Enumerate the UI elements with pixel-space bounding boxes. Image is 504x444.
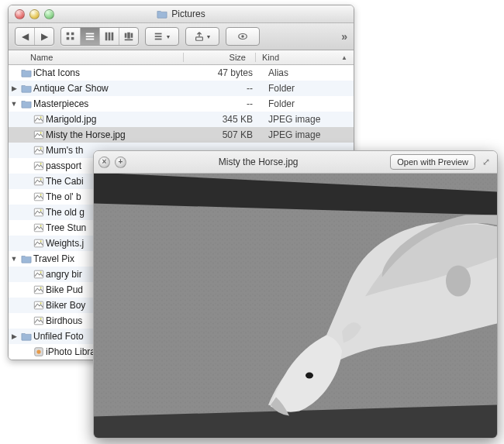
file-name: iPhoto Libra: [46, 346, 95, 357]
svg-rect-16: [154, 39, 161, 40]
svg-rect-11: [127, 33, 130, 39]
file-name: iChat Icons: [33, 67, 80, 78]
svg-point-39: [40, 271, 42, 273]
svg-rect-14: [154, 33, 161, 35]
zoom-button[interactable]: [44, 9, 54, 19]
file-name: Biker Boy: [46, 300, 85, 311]
view-buttons: [60, 27, 139, 46]
open-with-preview-button[interactable]: Open with Preview: [390, 154, 475, 170]
file-row[interactable]: ▼Masterpieces--Folder: [9, 96, 354, 112]
file-kind: Folder: [262, 83, 354, 94]
svg-point-37: [40, 240, 42, 242]
file-size: --: [191, 98, 262, 109]
app-icon: [32, 346, 46, 357]
ql-close-button[interactable]: ×: [98, 157, 110, 168]
svg-point-33: [40, 209, 42, 211]
disclosure-triangle-icon[interactable]: ▼: [9, 100, 19, 108]
icon-view-button[interactable]: [61, 28, 81, 45]
folder-icon: [19, 253, 33, 264]
finder-titlebar[interactable]: Pictures: [9, 5, 354, 23]
file-name-cell: Misty the Horse.jpg: [9, 129, 191, 140]
svg-point-23: [40, 132, 42, 133]
file-row[interactable]: Marigold.jpg345 KBJPEG image: [9, 112, 354, 127]
file-name: Tree Stun: [46, 222, 86, 233]
svg-rect-6: [86, 39, 95, 40]
image-icon: [32, 191, 46, 202]
quicklook-button[interactable]: [226, 27, 260, 46]
list-view-button[interactable]: [81, 28, 100, 45]
file-name-cell: ▶Antique Car Show: [9, 83, 191, 94]
image-icon: [32, 269, 46, 280]
file-row[interactable]: iChat Icons47 bytesAlias: [9, 65, 354, 81]
svg-point-31: [40, 194, 42, 195]
file-name-cell: iChat Icons: [9, 67, 191, 78]
disclosure-triangle-icon[interactable]: ▼: [9, 255, 19, 263]
folder-icon: [19, 67, 33, 78]
minimize-button[interactable]: [29, 9, 40, 19]
file-name: Antique Car Show: [33, 83, 109, 94]
file-name: angry bir: [46, 269, 82, 280]
file-size: 345 KB: [191, 114, 262, 125]
folder-icon: [19, 83, 33, 94]
folder-icon: [19, 331, 33, 342]
file-name: Bike Pud: [46, 284, 83, 295]
ql-zoom-button[interactable]: +: [115, 157, 126, 168]
disclosure-triangle-icon[interactable]: ▶: [9, 332, 19, 340]
image-icon: [32, 300, 46, 311]
fullscreen-button[interactable]: ⤢: [480, 157, 492, 167]
window-title-text: Pictures: [171, 9, 205, 19]
file-name: Marigold.jpg: [46, 114, 96, 125]
file-name: The ol' b: [46, 191, 81, 202]
action-button[interactable]: ▼: [185, 27, 219, 46]
svg-rect-1: [71, 33, 74, 36]
disclosure-triangle-icon[interactable]: ▶: [9, 84, 19, 92]
column-kind[interactable]: Kind ▲: [256, 53, 354, 62]
file-size: 507 KB: [191, 129, 262, 140]
file-name: Unfiled Foto: [33, 331, 84, 342]
svg-rect-7: [105, 33, 108, 41]
svg-point-35: [40, 225, 42, 226]
file-name: Masterpieces: [33, 98, 88, 109]
svg-rect-2: [67, 37, 70, 40]
finder-toolbar: ◀ ▶ ▼ ▼ »: [9, 23, 354, 50]
image-icon: [32, 129, 46, 140]
column-size[interactable]: Size: [184, 53, 256, 62]
quicklook-titlebar[interactable]: × + Misty the Horse.jpg Open with Previe…: [94, 151, 497, 174]
column-view-button[interactable]: [100, 28, 119, 45]
file-size: --: [191, 83, 262, 94]
image-icon: [32, 315, 46, 326]
svg-rect-5: [86, 36, 95, 37]
file-kind: JPEG image: [262, 114, 354, 125]
svg-rect-13: [125, 40, 133, 41]
nav-buttons: ◀ ▶: [15, 27, 54, 46]
file-name: Mum's th: [46, 145, 83, 156]
svg-rect-12: [131, 33, 133, 38]
column-name[interactable]: Name: [9, 53, 184, 62]
list-header: Name Size Kind ▲: [9, 50, 354, 65]
back-button[interactable]: ◀: [16, 28, 35, 45]
svg-point-21: [40, 116, 42, 118]
file-name: Misty the Horse.jpg: [46, 129, 126, 140]
svg-rect-17: [195, 37, 202, 40]
forward-button[interactable]: ▶: [35, 28, 54, 45]
image-icon: [32, 176, 46, 187]
file-name: Birdhous: [46, 315, 82, 326]
svg-rect-0: [67, 33, 70, 36]
file-name: passport: [46, 160, 81, 171]
close-button[interactable]: [15, 9, 25, 19]
arrange-button[interactable]: ▼: [145, 27, 179, 46]
coverflow-view-button[interactable]: [119, 28, 138, 45]
file-name: Weights.j: [46, 238, 84, 249]
image-icon: [32, 284, 46, 295]
toolbar-overflow-button[interactable]: »: [341, 30, 347, 43]
svg-point-43: [40, 302, 42, 304]
svg-rect-15: [154, 36, 161, 37]
svg-rect-4: [86, 33, 95, 35]
svg-rect-9: [112, 33, 114, 41]
file-name: Travel Pix: [33, 253, 74, 264]
file-row[interactable]: ▶Antique Car Show--Folder: [9, 81, 354, 96]
image-icon: [32, 222, 46, 233]
svg-point-55: [306, 373, 313, 379]
file-name-cell: ▼Masterpieces: [9, 98, 191, 109]
file-row[interactable]: Misty the Horse.jpg507 KBJPEG image: [9, 127, 354, 143]
